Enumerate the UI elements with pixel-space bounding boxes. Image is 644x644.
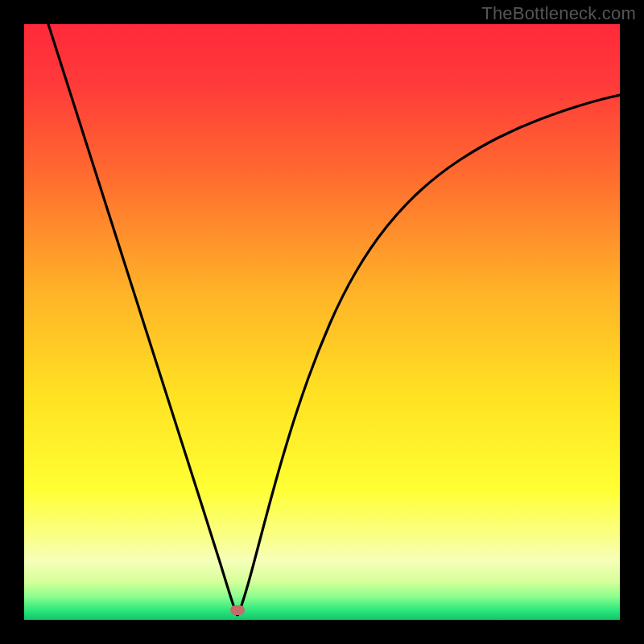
bottleneck-curve (24, 24, 620, 620)
plot-area (24, 24, 620, 620)
chart-frame: TheBottleneck.com (0, 0, 644, 644)
optimal-point-marker (230, 605, 245, 615)
watermark-text: TheBottleneck.com (481, 3, 636, 24)
